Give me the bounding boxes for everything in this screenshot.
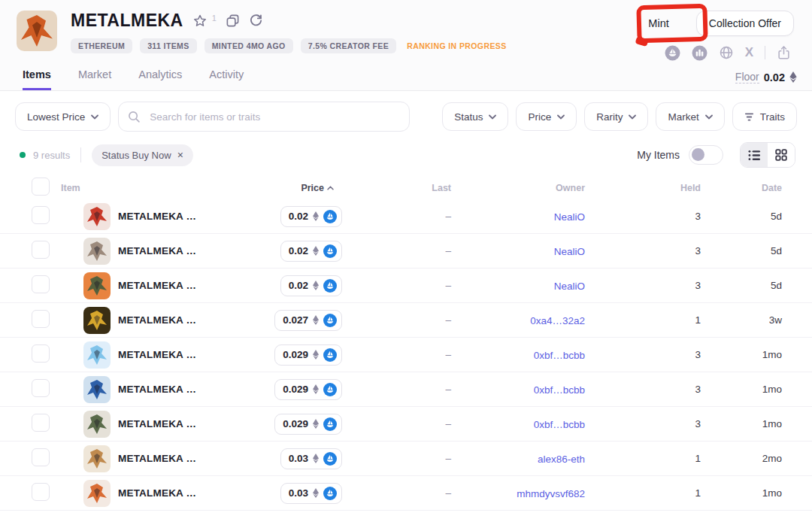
table-row[interactable]: METALMEKA … 0.029 – 0xbf…bcbb 3 1mo <box>0 338 812 372</box>
table-row[interactable]: METALMEKA … 0.027 – 0xa4…32a2 1 3w <box>0 303 812 338</box>
item-name[interactable]: METALMEKA … <box>109 487 244 499</box>
buy-price-button[interactable]: 0.029 <box>274 379 342 400</box>
item-name[interactable]: METALMEKA … <box>109 245 244 256</box>
listed-date: 5d <box>701 245 782 256</box>
item-thumbnail[interactable] <box>83 376 111 403</box>
mint-button[interactable]: Mint <box>642 14 674 32</box>
table-row[interactable]: METALMEKA … 0.029 – 0xbf…bcbb 3 1mo <box>0 372 812 407</box>
collection-badge: MINTED 4MO AGO <box>205 38 293 53</box>
opensea-marketplace-icon <box>323 452 337 466</box>
refresh-icon[interactable] <box>249 14 263 28</box>
tab-market[interactable]: Market <box>78 68 111 90</box>
listed-date: 1mo <box>701 418 782 429</box>
item-thumbnail[interactable] <box>83 480 111 507</box>
share-icon[interactable] <box>777 45 791 60</box>
listed-date: 5d <box>701 280 782 291</box>
last-sale: – <box>346 384 451 395</box>
owner-link[interactable]: NealiO <box>554 211 585 223</box>
owner-link[interactable]: alex86-eth <box>538 454 585 465</box>
price-value: 0.03 <box>289 453 308 464</box>
table-row[interactable]: METALMEKA … 0.02 – NealiO 3 5d <box>0 269 812 303</box>
owner-link[interactable]: 0xbf…bcbb <box>534 419 585 430</box>
column-header-last[interactable]: Last <box>346 183 451 193</box>
row-checkbox[interactable] <box>32 310 50 328</box>
row-checkbox[interactable] <box>32 206 50 224</box>
item-name[interactable]: METALMEKA … <box>109 453 244 464</box>
status-filter-dropdown[interactable]: Status <box>442 102 508 131</box>
copy-icon[interactable] <box>226 14 240 28</box>
item-thumbnail[interactable] <box>83 307 111 334</box>
owner-link[interactable]: 0xbf…bcbb <box>534 384 585 396</box>
owner-link[interactable]: NealiO <box>554 246 585 257</box>
market-filter-dropdown[interactable]: Market <box>656 102 724 131</box>
search-input[interactable] <box>148 111 400 123</box>
item-thumbnail[interactable] <box>83 203 111 230</box>
row-checkbox[interactable] <box>32 344 50 363</box>
column-header-price[interactable]: Price <box>244 183 346 193</box>
row-checkbox[interactable] <box>32 379 50 397</box>
item-name[interactable]: METALMEKA … <box>109 280 244 291</box>
my-items-toggle[interactable] <box>689 145 723 165</box>
column-header-date[interactable]: Date <box>701 183 782 193</box>
owner-link[interactable]: mhmdyvsvf682 <box>517 488 585 499</box>
table-row[interactable]: METALMEKA … 0.03 – alex86-eth 1 2mo <box>0 442 812 476</box>
item-name[interactable]: METALMEKA … <box>109 349 244 360</box>
item-thumbnail[interactable] <box>83 445 111 472</box>
website-globe-icon[interactable] <box>719 45 734 60</box>
item-thumbnail[interactable] <box>83 272 111 299</box>
table-row[interactable]: METALMEKA … 0.02 – NealiO 3 5d <box>0 199 812 234</box>
buy-price-button[interactable]: 0.02 <box>280 275 342 296</box>
sort-label: Lowest Price <box>27 111 85 123</box>
marketplace-chart-icon[interactable] <box>692 45 707 61</box>
item-name[interactable]: METALMEKA … <box>109 211 244 222</box>
owner-link[interactable]: 0xbf…bcbb <box>534 350 585 361</box>
twitter-x-icon[interactable]: X <box>745 45 753 60</box>
item-thumbnail[interactable] <box>83 411 111 438</box>
buy-price-button[interactable]: 0.02 <box>280 206 342 227</box>
table-row[interactable]: METALMEKA … 0.02 – NealiO 3 5d <box>0 234 812 269</box>
buy-price-button[interactable]: 0.03 <box>280 448 342 469</box>
row-checkbox[interactable] <box>32 448 50 466</box>
table-row[interactable]: METALMEKA … 0.029 – 0xbf…bcbb 3 1mo <box>0 407 812 442</box>
owner-link[interactable]: NealiO <box>554 281 585 292</box>
filter-chip-status-buy-now[interactable]: Status Buy Now × <box>92 144 193 166</box>
chip-remove-icon[interactable]: × <box>177 150 183 160</box>
chip-label: Status Buy Now <box>102 150 171 161</box>
rarity-filter-dropdown[interactable]: Rarity <box>584 102 648 131</box>
list-view-button[interactable] <box>741 143 768 167</box>
divider <box>80 147 81 162</box>
column-header-item: Item <box>61 183 244 193</box>
item-name[interactable]: METALMEKA … <box>109 314 244 326</box>
price-filter-dropdown[interactable]: Price <box>516 102 577 131</box>
buy-price-button[interactable]: 0.029 <box>274 414 342 435</box>
tab-activity[interactable]: Activity <box>209 68 244 90</box>
row-checkbox[interactable] <box>32 275 50 293</box>
table-row[interactable]: METALMEKA … 0.03 – mhmdyvsvf682 1 1mo <box>0 476 812 511</box>
sort-asc-icon <box>327 186 334 190</box>
tab-analytics[interactable]: Analytics <box>138 68 182 90</box>
tab-items[interactable]: Items <box>23 68 51 90</box>
buy-price-button[interactable]: 0.027 <box>274 310 342 331</box>
item-thumbnail[interactable] <box>83 238 111 265</box>
item-name[interactable]: METALMEKA … <box>109 384 244 395</box>
row-checkbox[interactable] <box>32 483 50 501</box>
collection-offer-button[interactable]: Collection Offer <box>696 11 794 36</box>
buy-price-button[interactable]: 0.02 <box>280 241 342 262</box>
opensea-icon[interactable] <box>665 45 680 61</box>
favorite-star-icon[interactable] <box>192 14 208 29</box>
buy-price-button[interactable]: 0.029 <box>274 344 342 366</box>
results-count: 9 results <box>33 150 70 161</box>
row-checkbox[interactable] <box>32 241 50 259</box>
grid-view-button[interactable] <box>768 143 795 167</box>
sort-dropdown[interactable]: Lowest Price <box>15 102 111 131</box>
opensea-marketplace-icon <box>323 244 337 258</box>
owner-link[interactable]: 0xa4…32a2 <box>530 315 585 326</box>
live-indicator-dot <box>20 152 26 158</box>
row-checkbox[interactable] <box>32 414 50 432</box>
item-name[interactable]: METALMEKA … <box>109 418 244 429</box>
floor-label[interactable]: Floor <box>735 71 759 83</box>
select-all-checkbox[interactable] <box>32 178 50 196</box>
traits-button[interactable]: Traits <box>732 102 797 131</box>
buy-price-button[interactable]: 0.03 <box>280 483 342 504</box>
item-thumbnail[interactable] <box>83 341 111 369</box>
